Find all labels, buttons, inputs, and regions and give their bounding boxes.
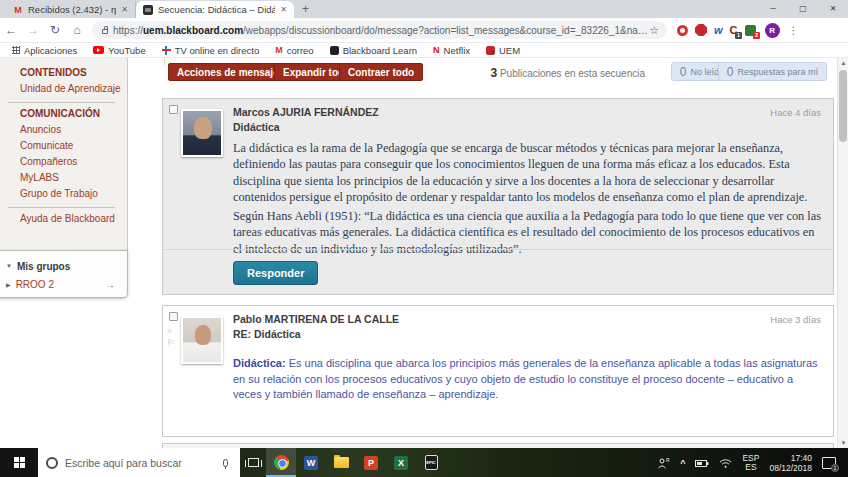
taskbar-powerpoint[interactable]: P bbox=[356, 448, 386, 477]
replies-badge[interactable]: 0 Respuestas para mí bbox=[718, 62, 827, 81]
close-button[interactable]: ✕ bbox=[818, 0, 848, 18]
reload-icon[interactable]: ↻ bbox=[44, 23, 66, 37]
notification-badge: 1 bbox=[831, 464, 839, 472]
scroll-down-icon[interactable]: ▼ bbox=[838, 438, 848, 448]
task-view-button[interactable] bbox=[240, 448, 266, 477]
tab-blackboard[interactable]: Secuencia: Didáctica – Didáctica ✕ bbox=[136, 1, 294, 18]
tv-online-icon bbox=[162, 46, 171, 55]
bookmark-blackboard[interactable]: Blackboard Learn bbox=[330, 45, 417, 56]
start-button[interactable] bbox=[0, 448, 38, 477]
browser-toolbar: ← → ↻ ⌂ https:// uem.blackboard.com /web… bbox=[0, 18, 848, 43]
extension-c-icon[interactable]: C1 bbox=[730, 24, 738, 36]
unread-circle-icon[interactable]: ○ bbox=[167, 326, 174, 335]
wifi-icon[interactable] bbox=[719, 458, 732, 468]
menu-divider bbox=[8, 207, 115, 208]
back-icon[interactable]: ← bbox=[0, 23, 22, 37]
lock-icon bbox=[102, 29, 108, 34]
post-card-1: Marcos AJURIA FERNÁNDEZ Didáctica Hace 4… bbox=[162, 98, 834, 295]
post-author[interactable]: Marcos AJURIA FERNÁNDEZ bbox=[233, 106, 379, 118]
microphone-icon[interactable] bbox=[223, 459, 228, 467]
tab-close-icon[interactable]: ✕ bbox=[280, 5, 287, 14]
taskbar-excel[interactable]: X bbox=[386, 448, 416, 477]
tab-title: Secuencia: Didáctica – Didáctica bbox=[158, 4, 275, 15]
chrome-menu-icon[interactable]: ⋮ bbox=[789, 25, 799, 36]
maximize-button[interactable]: ▢ bbox=[788, 0, 818, 18]
sidebar-item-companeros[interactable]: Compañeros bbox=[20, 155, 127, 171]
bookmark-uem[interactable]: UEM bbox=[486, 45, 520, 56]
menu-divider bbox=[8, 102, 115, 103]
chrome-icon bbox=[274, 455, 289, 470]
bookmark-tv-online[interactable]: TV online en directo bbox=[162, 45, 260, 56]
adblock-extension-icon[interactable] bbox=[695, 24, 707, 36]
system-tray: R ^ ESP ES 17:40 08/12/2018 1 bbox=[657, 453, 848, 473]
extension-green-icon[interactable]: 2 bbox=[745, 25, 756, 36]
bookmarks-bar: Aplicaciones YouTube TV online en direct… bbox=[0, 43, 848, 58]
sidebar-item-anuncios[interactable]: Anuncios bbox=[20, 123, 127, 139]
bookmark-youtube[interactable]: YouTube bbox=[93, 45, 145, 56]
cortana-icon bbox=[46, 457, 58, 469]
sidebar-item-ayuda[interactable]: Ayuda de Blackboard bbox=[20, 212, 127, 228]
home-icon[interactable]: ⌂ bbox=[66, 23, 88, 37]
vertical-scrollbar[interactable]: ▲ ▼ bbox=[837, 58, 848, 448]
taskbar-epic[interactable]: EPIC bbox=[416, 448, 446, 477]
epic-games-icon: EPIC bbox=[425, 455, 438, 470]
group-item-rroo2[interactable]: ▶ RROO 2 → bbox=[6, 275, 127, 293]
tab-title: Recibidos (2.432) - rpanizoa@gm bbox=[28, 4, 116, 15]
uem-icon bbox=[486, 46, 495, 55]
sidebar-item-unidad[interactable]: Unidad de Aprendizaje bbox=[20, 82, 127, 98]
show-hidden-icons[interactable]: ^ bbox=[680, 458, 685, 468]
post-paragraph: Didáctica: Es una disciplina que abarca … bbox=[233, 356, 819, 403]
flag-icon[interactable]: ⚐ bbox=[167, 338, 174, 347]
post-checkbox[interactable] bbox=[169, 312, 178, 321]
svg-text:R: R bbox=[666, 457, 670, 463]
extension-w-icon[interactable]: w bbox=[714, 24, 723, 36]
post-paragraph: La didáctica es la rama de la Pedagogía … bbox=[233, 140, 823, 206]
url-domain: uem.blackboard.com bbox=[143, 25, 243, 36]
bookmark-netflix[interactable]: NNetflix bbox=[433, 45, 470, 56]
minimize-button[interactable]: ─ bbox=[758, 0, 788, 18]
battery-icon[interactable] bbox=[695, 458, 709, 468]
collapse-all-button[interactable]: Contraer todo bbox=[339, 63, 423, 81]
avatar bbox=[181, 316, 223, 364]
word-icon: W bbox=[304, 456, 318, 470]
apps-grid-icon bbox=[12, 46, 20, 54]
bookmark-correo[interactable]: Mcorreo bbox=[275, 45, 313, 56]
sidebar-item-grupo-trabajo[interactable]: Grupo de Trabajo bbox=[20, 187, 127, 203]
sidebar-item-comunicate[interactable]: Comunicate bbox=[20, 139, 127, 155]
language-indicator[interactable]: ESP ES bbox=[742, 454, 759, 472]
post-status-icons: ○ ⚐ bbox=[167, 326, 174, 347]
open-group-arrow-icon[interactable]: → bbox=[105, 279, 115, 290]
taskbar-chrome[interactable] bbox=[266, 448, 296, 477]
desktop-screen: M Recibidos (2.432) - rpanizoa@gm ✕ Secu… bbox=[0, 0, 848, 477]
avatar bbox=[181, 109, 223, 157]
scrollbar-thumb[interactable] bbox=[839, 70, 847, 142]
clock[interactable]: 17:40 08/12/2018 bbox=[769, 453, 812, 473]
taskbar-explorer[interactable] bbox=[326, 448, 356, 477]
extension-ring-icon[interactable] bbox=[677, 25, 688, 36]
new-tab-button[interactable]: + bbox=[302, 2, 309, 16]
tab-close-icon[interactable]: ✕ bbox=[121, 5, 128, 14]
bookmark-star-icon[interactable]: ☆ bbox=[649, 24, 659, 37]
sidebar-item-mylabs[interactable]: MyLABS bbox=[20, 171, 127, 187]
groups-panel: ▼ Mis grupos ▶ RROO 2 → bbox=[0, 250, 128, 298]
address-bar[interactable]: https:// uem.blackboard.com /webapps/dis… bbox=[92, 21, 667, 39]
taskbar-search[interactable]: Escribe aquí para buscar bbox=[38, 448, 240, 477]
windows-taskbar: Escribe aquí para buscar W P X EPIC R ^ … bbox=[0, 448, 848, 477]
post-author[interactable]: Pablo MARTIRENA DE LA CALLE bbox=[233, 313, 399, 325]
forward-icon[interactable]: → bbox=[22, 23, 44, 37]
post-checkbox[interactable] bbox=[169, 105, 178, 114]
course-menu: CONTENIDOS Unidad de Aprendizaje COMUNIC… bbox=[0, 58, 128, 250]
extensions-area: w C1 2 bbox=[677, 24, 756, 36]
scroll-up-icon[interactable]: ▲ bbox=[838, 58, 848, 68]
blackboard-favicon-icon bbox=[143, 5, 153, 15]
people-icon[interactable]: R bbox=[657, 457, 670, 469]
notification-center-icon[interactable]: 1 bbox=[822, 457, 836, 469]
post-footer-divider bbox=[163, 249, 833, 250]
bookmark-apps[interactable]: Aplicaciones bbox=[12, 45, 77, 56]
reply-button[interactable]: Responder bbox=[233, 261, 318, 285]
blackboard-icon bbox=[330, 46, 339, 55]
tab-gmail[interactable]: M Recibidos (2.432) - rpanizoa@gm ✕ bbox=[6, 1, 136, 18]
taskbar-word[interactable]: W bbox=[296, 448, 326, 477]
profile-avatar[interactable]: R bbox=[765, 23, 780, 38]
groups-header[interactable]: ▼ Mis grupos bbox=[6, 257, 127, 275]
